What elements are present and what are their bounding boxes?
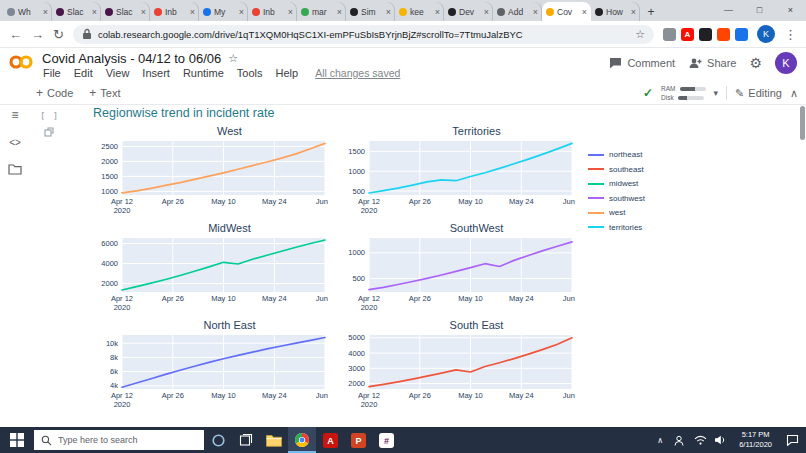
file-explorer-icon[interactable] xyxy=(260,427,288,453)
people-icon[interactable] xyxy=(674,435,687,446)
subplot-title: North East xyxy=(90,319,337,332)
tab-close-icon[interactable]: × xyxy=(43,7,48,17)
tab-close-icon[interactable]: × xyxy=(141,7,146,17)
settings-gear-icon[interactable]: ⚙ xyxy=(749,55,762,71)
tab-favicon xyxy=(154,8,162,16)
menu-insert[interactable]: Insert xyxy=(142,67,170,79)
acrobat-icon[interactable]: A xyxy=(316,427,344,453)
extension-icon[interactable] xyxy=(735,28,748,41)
svg-text:6000: 6000 xyxy=(101,239,118,248)
legend-item-west[interactable]: west xyxy=(588,208,645,217)
figure-title: Regionwise trend in incident rate xyxy=(93,106,274,120)
task-view-button[interactable] xyxy=(232,427,260,453)
browser-menu-icon[interactable]: ⋮ xyxy=(784,27,797,42)
browser-tab[interactable]: Inb× xyxy=(150,2,199,21)
address-bar[interactable]: colab.research.google.com/drive/1qT1XQM0… xyxy=(73,25,654,44)
comment-button[interactable]: Comment xyxy=(609,57,675,69)
add-text-button[interactable]: + Text xyxy=(89,86,120,100)
browser-tab[interactable]: mar× xyxy=(297,2,346,21)
browser-tab[interactable]: Cov× xyxy=(542,2,591,21)
maximize-button[interactable]: □ xyxy=(744,0,775,21)
files-icon[interactable] xyxy=(8,163,22,175)
colab-user-avatar[interactable]: K xyxy=(775,52,797,74)
tab-close-icon[interactable]: × xyxy=(288,7,293,17)
tab-close-icon[interactable]: × xyxy=(190,7,195,17)
menu-file[interactable]: File xyxy=(43,67,61,79)
extension-icon[interactable] xyxy=(717,28,730,41)
browser-tab[interactable]: Slac× xyxy=(52,2,101,21)
action-center-button[interactable] xyxy=(780,427,804,453)
powerpoint-icon[interactable]: P xyxy=(344,427,372,453)
back-icon[interactable]: ← xyxy=(9,27,22,42)
taskbar-search[interactable]: Type here to search xyxy=(34,430,204,450)
extension-icon[interactable] xyxy=(663,28,676,41)
resources-indicator[interactable]: RAM Disk xyxy=(661,85,705,101)
legend-item-northeast[interactable]: northeast xyxy=(588,150,645,159)
share-button[interactable]: Share xyxy=(688,57,736,69)
new-tab-button[interactable]: + xyxy=(640,2,662,21)
browser-tab[interactable]: kee× xyxy=(395,2,444,21)
browser-tab[interactable]: Wh× xyxy=(3,2,52,21)
editing-button[interactable]: ✎ Editing xyxy=(735,87,782,100)
menu-tools[interactable]: Tools xyxy=(237,67,263,79)
tab-close-icon[interactable]: × xyxy=(239,7,244,17)
colab-logo[interactable] xyxy=(8,53,34,71)
cortana-button[interactable] xyxy=(204,427,232,453)
svg-text:Apr 26: Apr 26 xyxy=(162,294,184,303)
slack-icon[interactable]: # xyxy=(372,427,400,453)
scrollbar[interactable] xyxy=(800,106,805,140)
tab-close-icon[interactable]: × xyxy=(631,7,636,17)
svg-text:Jun 7: Jun 7 xyxy=(563,391,577,400)
collapse-toolbar-icon[interactable]: ∧ xyxy=(790,87,798,100)
menu-edit[interactable]: Edit xyxy=(74,67,93,79)
tab-close-icon[interactable]: × xyxy=(533,7,538,17)
search-icon xyxy=(41,435,52,446)
legend-item-southwest[interactable]: southwest xyxy=(588,194,645,203)
notebook-title[interactable]: Covid Analysis - 04/12 to 06/06 xyxy=(42,51,221,66)
browser-tab[interactable]: Sim× xyxy=(346,2,395,21)
menu-runtime[interactable]: Runtime xyxy=(183,67,224,79)
code-snippets-icon[interactable]: <> xyxy=(9,137,21,148)
save-status[interactable]: All changes saved xyxy=(315,67,400,79)
forward-icon[interactable]: → xyxy=(31,27,44,42)
browser-tab[interactable]: Dev× xyxy=(444,2,493,21)
cell-run-prompt[interactable]: [ ] xyxy=(40,111,59,121)
menu-view[interactable]: View xyxy=(106,67,130,79)
chrome-icon[interactable] xyxy=(288,427,316,453)
star-notebook-icon[interactable]: ☆ xyxy=(228,52,238,65)
tray-chevron-up-icon[interactable]: ∧ xyxy=(652,436,668,445)
taskbar-clock[interactable]: 5:17 PM 6/11/2020 xyxy=(733,430,778,450)
add-code-button[interactable]: + Code xyxy=(36,86,73,100)
tab-close-icon[interactable]: × xyxy=(337,7,342,17)
extension-icon[interactable]: A xyxy=(681,28,694,41)
resources-caret-icon[interactable]: ▾ xyxy=(714,88,719,98)
tab-label: Add xyxy=(508,7,530,17)
browser-tab[interactable]: How× xyxy=(591,2,640,21)
bookmark-star-icon[interactable]: ☆ xyxy=(635,28,645,41)
speaker-icon[interactable] xyxy=(714,435,727,445)
legend-item-midwest[interactable]: midwest xyxy=(588,179,645,188)
extension-icon[interactable] xyxy=(699,28,712,41)
cell-output-options-icon[interactable] xyxy=(44,127,54,137)
tab-close-icon[interactable]: × xyxy=(386,7,391,17)
table-of-contents-icon[interactable]: ≡ xyxy=(11,108,18,122)
menu-help[interactable]: Help xyxy=(276,67,299,79)
legend-item-southeast[interactable]: southeast xyxy=(588,165,645,174)
wifi-icon[interactable] xyxy=(694,435,707,445)
tab-close-icon[interactable]: × xyxy=(582,7,587,17)
tab-close-icon[interactable]: × xyxy=(484,7,489,17)
browser-tab[interactable]: My× xyxy=(199,2,248,21)
browser-tab[interactable]: Add× xyxy=(493,2,542,21)
browser-profile-avatar[interactable]: K xyxy=(757,25,775,43)
close-button[interactable]: × xyxy=(775,0,806,21)
legend-item-territories[interactable]: territories xyxy=(588,223,645,232)
minimize-button[interactable]: — xyxy=(713,0,744,21)
tab-close-icon[interactable]: × xyxy=(435,7,440,17)
refresh-icon[interactable]: ↻ xyxy=(53,27,64,42)
svg-text:2020: 2020 xyxy=(361,303,378,312)
svg-text:Jun 7: Jun 7 xyxy=(316,391,330,400)
tab-close-icon[interactable]: × xyxy=(92,7,97,17)
browser-tab[interactable]: Inb× xyxy=(248,2,297,21)
browser-tab[interactable]: Slac× xyxy=(101,2,150,21)
start-button[interactable] xyxy=(0,427,34,453)
